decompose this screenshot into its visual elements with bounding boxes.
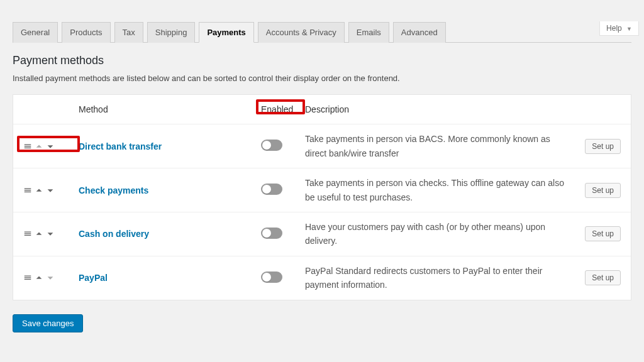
svg-rect-7: [25, 233, 31, 234]
setup-button[interactable]: Set up: [585, 183, 621, 198]
tab-accounts-privacy[interactable]: Accounts & Privacy: [258, 22, 345, 43]
move-up-icon[interactable]: [35, 229, 43, 238]
method-link-cod[interactable]: Cash on delivery: [79, 229, 149, 239]
svg-rect-8: [25, 235, 31, 236]
enable-toggle[interactable]: [261, 272, 282, 283]
table-header: Method Enabled Description: [13, 95, 631, 124]
save-changes-button[interactable]: Save changes: [13, 314, 83, 332]
method-description: Take payments in person via checks. This…: [305, 176, 577, 204]
enable-toggle[interactable]: [261, 184, 282, 195]
tab-shipping[interactable]: Shipping: [147, 22, 196, 43]
move-down-icon[interactable]: [46, 229, 55, 238]
svg-rect-6: [25, 232, 31, 233]
help-label: Help: [606, 24, 622, 33]
tab-emails[interactable]: Emails: [348, 22, 389, 43]
svg-rect-3: [25, 188, 31, 189]
svg-rect-2: [25, 148, 31, 148]
drag-handle-icon[interactable]: [23, 273, 32, 282]
table-row: Cash on delivery Have your customers pay…: [13, 212, 631, 256]
enable-toggle[interactable]: [261, 228, 282, 239]
tab-products[interactable]: Products: [62, 22, 110, 43]
setup-button[interactable]: Set up: [585, 226, 621, 241]
svg-rect-11: [25, 279, 31, 280]
col-method-header: Method: [79, 104, 261, 114]
caret-down-icon: ▼: [626, 26, 632, 32]
move-down-icon[interactable]: [46, 186, 55, 195]
tab-advanced[interactable]: Advanced: [393, 22, 446, 43]
method-link-bacs[interactable]: Direct bank transfer: [79, 141, 162, 151]
svg-rect-0: [25, 144, 31, 145]
page-title: Payment methods: [13, 54, 631, 67]
move-up-icon[interactable]: [35, 142, 43, 151]
move-up-icon[interactable]: [35, 273, 43, 282]
svg-rect-5: [25, 191, 31, 192]
page-description: Installed payment methods are listed bel…: [13, 74, 631, 83]
move-up-icon[interactable]: [35, 186, 43, 195]
svg-rect-10: [25, 277, 31, 278]
method-description: Take payments in person via BACS. More c…: [305, 132, 577, 160]
help-tab[interactable]: Help ▼: [599, 21, 639, 36]
settings-tabs: General Products Tax Shipping Payments A…: [13, 21, 631, 43]
move-down-icon[interactable]: [46, 142, 55, 151]
col-enabled-header: Enabled: [261, 104, 305, 114]
svg-rect-4: [25, 190, 31, 190]
svg-rect-1: [25, 146, 31, 146]
drag-handle-icon[interactable]: [23, 186, 32, 195]
svg-rect-9: [25, 276, 31, 277]
setup-button[interactable]: Set up: [585, 139, 621, 154]
payment-methods-table: Method Enabled Description Direct bank t…: [13, 94, 631, 300]
tab-payments[interactable]: Payments: [199, 22, 253, 43]
method-description: PayPal Standard redirects customers to P…: [305, 264, 577, 292]
table-row: Check payments Take payments in person v…: [13, 168, 631, 212]
enable-toggle[interactable]: [261, 140, 282, 151]
table-row: PayPal PayPal Standard redirects custome…: [13, 256, 631, 300]
tab-general[interactable]: General: [13, 22, 58, 43]
move-down-icon[interactable]: [46, 273, 55, 282]
method-link-paypal[interactable]: PayPal: [79, 273, 108, 283]
tab-tax[interactable]: Tax: [114, 22, 143, 43]
drag-handle-icon[interactable]: [23, 142, 32, 151]
table-row: Direct bank transfer Take payments in pe…: [13, 124, 631, 168]
method-description: Have your customers pay with cash (or by…: [305, 220, 577, 248]
setup-button[interactable]: Set up: [585, 270, 621, 285]
col-description-header: Description: [305, 102, 577, 116]
drag-handle-icon[interactable]: [23, 229, 32, 238]
method-link-cheque[interactable]: Check payments: [79, 185, 148, 195]
